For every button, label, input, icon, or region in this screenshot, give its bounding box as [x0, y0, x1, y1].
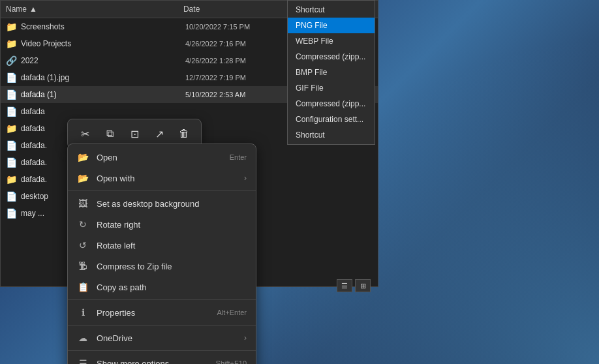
column-date[interactable]: Date	[178, 3, 284, 15]
row-name-cell: 📄 dafada (1)	[1, 89, 180, 100]
menu-item-icon: ℹ	[77, 307, 89, 318]
menu-item-shortcut: Enter	[230, 153, 247, 161]
row-name-cell: 📁 Screenshots	[1, 22, 180, 32]
menu-item-label: Compress to Zip file	[97, 262, 247, 271]
menu-item-label: Show more options	[97, 359, 208, 365]
row-name-text: dafada (1).jpg	[21, 73, 69, 82]
row-date-cell: 10/20/2022 7:15 PM	[180, 23, 288, 31]
menu-divider	[68, 325, 256, 326]
share-button[interactable]: ↗	[149, 123, 170, 144]
row-date-cell: 4/26/2022 7:16 PM	[180, 40, 288, 48]
row-date-cell: 5/10/2022 2:53 AM	[180, 91, 288, 99]
row-name-text: dafada.	[21, 158, 47, 167]
menu-divider	[68, 190, 256, 191]
row-name-text: dafada.	[21, 141, 47, 150]
row-name-text: dafada	[21, 107, 45, 116]
type-option[interactable]: BMP File	[288, 65, 375, 80]
menu-item-label: Open	[97, 153, 222, 162]
menu-item-shortcut: Shift+F10	[216, 359, 247, 364]
sort-arrow-icon: ▲	[29, 5, 37, 14]
menu-item-label: OneDrive	[97, 333, 236, 343]
file-type-icon: 📄	[6, 208, 17, 219]
row-name-cell: 📄 dafada	[1, 106, 180, 117]
column-name-label: Name	[6, 5, 27, 14]
menu-item-label: Rotate right	[97, 220, 247, 230]
context-menu: 📂 Open Enter 📂 Open with › 🖼 Set as desk…	[67, 144, 256, 364]
type-option[interactable]: Compressed (zipp...	[288, 49, 375, 65]
type-option[interactable]: Compressed (zipp...	[288, 96, 375, 112]
delete-button[interactable]: 🗑	[174, 123, 194, 144]
menu-divider	[68, 350, 256, 351]
file-type-icon: 📄	[6, 106, 17, 117]
copy-path-item[interactable]: 📋 Copy as path	[68, 277, 256, 297]
row-name-cell: 📁 Video Projects	[1, 38, 180, 49]
row-date-cell: 4/26/2022 1:28 PM	[180, 57, 288, 65]
menu-item-icon: 📂	[77, 151, 89, 163]
menu-item-label: Copy as path	[97, 282, 247, 292]
file-type-icon: 🔗	[6, 55, 17, 66]
row-name-cell: 📄 dafada (1).jpg	[1, 72, 180, 83]
menu-item-icon: 📂	[77, 172, 89, 184]
file-type-icon: 📁	[6, 38, 17, 49]
menu-item-icon: ↺	[77, 239, 89, 251]
file-type-icon: 📄	[6, 157, 17, 168]
submenu-arrow-icon: ›	[244, 333, 247, 342]
row-name-text: dafada.	[21, 175, 47, 184]
type-dropdown: ShortcutPNG FileWEBP FileCompressed (zip…	[287, 0, 375, 145]
row-name-text: Video Projects	[21, 39, 71, 48]
menu-item-icon: 🗜	[77, 260, 89, 272]
list-view-icon: ☰	[341, 282, 348, 290]
menu-item-icon: ☰	[77, 357, 89, 364]
paste-button[interactable]: ⊡	[124, 123, 145, 144]
type-option[interactable]: PNG File	[288, 18, 375, 33]
file-type-icon: 📁	[6, 22, 17, 32]
grid-view-button[interactable]: ⊞	[355, 279, 371, 292]
file-type-icon: 📄	[6, 191, 17, 202]
menu-item-label: Open with	[97, 174, 236, 183]
row-name-text: 2022	[21, 56, 38, 65]
set-desktop-bg-item[interactable]: 🖼 Set as desktop background	[68, 193, 256, 214]
type-option[interactable]: WEBP File	[288, 33, 375, 49]
submenu-arrow-icon: ›	[244, 174, 247, 183]
type-option[interactable]: Configuration sett...	[288, 112, 375, 127]
row-name-text: Screenshots	[21, 22, 65, 31]
file-type-icon: 📁	[6, 174, 17, 185]
type-option[interactable]: GIF File	[288, 80, 375, 96]
file-type-icon: 📁	[6, 123, 17, 134]
cut-button[interactable]: ✂	[74, 123, 95, 144]
rotate-left-item[interactable]: ↺ Rotate left	[68, 235, 256, 256]
column-date-label: Date	[183, 5, 200, 14]
properties-item[interactable]: ℹ Properties Alt+Enter	[68, 302, 256, 323]
menu-item-icon: 📋	[77, 281, 89, 293]
menu-item-icon: 🖼	[77, 198, 89, 209]
grid-view-icon: ⊞	[360, 282, 366, 290]
menu-item-icon: ↻	[77, 219, 89, 230]
list-view-button[interactable]: ☰	[337, 279, 352, 292]
type-option[interactable]: Shortcut	[288, 2, 375, 18]
menu-item-label: Set as desktop background	[97, 199, 247, 209]
onedrive-item[interactable]: ☁ OneDrive ›	[68, 327, 256, 348]
show-more-item[interactable]: ☰ Show more options Shift+F10	[68, 353, 256, 364]
rotate-right-item[interactable]: ↻ Rotate right	[68, 214, 256, 235]
column-name[interactable]: Name ▲	[1, 3, 178, 15]
compress-zip-item[interactable]: 🗜 Compress to Zip file	[68, 256, 256, 277]
copy-button[interactable]: ⧉	[99, 123, 120, 144]
type-option[interactable]: Shortcut	[288, 127, 375, 143]
bottom-icons: ☰ ⊞	[337, 279, 371, 292]
menu-item-label: Properties	[97, 308, 209, 318]
row-name-text: desktop	[21, 192, 48, 201]
row-name-text: may ...	[21, 209, 44, 218]
open-with-item[interactable]: 📂 Open with ›	[68, 168, 256, 189]
menu-item-shortcut: Alt+Enter	[217, 309, 247, 316]
row-date-cell: 12/7/2022 7:19 PM	[180, 74, 288, 82]
file-type-icon: 📄	[6, 72, 17, 83]
row-name-cell: 🔗 2022	[1, 55, 180, 66]
menu-divider	[68, 299, 256, 300]
open-item[interactable]: 📂 Open Enter	[68, 147, 256, 168]
menu-item-label: Rotate left	[97, 241, 247, 250]
file-type-icon: 📄	[6, 140, 17, 151]
file-type-icon: 📄	[6, 89, 17, 100]
menu-item-icon: ☁	[77, 332, 89, 344]
row-name-text: dafada	[21, 124, 45, 133]
row-name-text: dafada (1)	[21, 90, 57, 99]
